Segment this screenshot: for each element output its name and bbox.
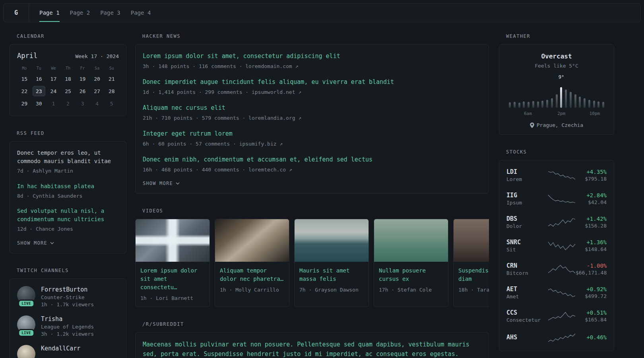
calendar-day: 23 bbox=[33, 86, 45, 96]
weather-bar bbox=[514, 102, 516, 108]
stocks-card: LDI Lorem +4.35% $795.18 IIG Ipsum bbox=[499, 160, 614, 351]
rss-item-title[interactable]: Donec tempor eros leo, ut commodo mauris… bbox=[17, 149, 119, 165]
video-title[interactable]: Lorem ipsum dolor sit amet consectetu… bbox=[140, 267, 205, 292]
weather-time-label: 10pm bbox=[590, 111, 600, 116]
calendar-day: 21 bbox=[105, 74, 118, 84]
stock-id: LDI Lorem bbox=[506, 168, 548, 182]
video-thumbnail[interactable] bbox=[215, 219, 289, 262]
nav-tab[interactable]: Page 1 bbox=[39, 4, 60, 22]
stock-row[interactable]: CCS Consectetur +0.51% $165.84 bbox=[506, 304, 607, 328]
stocks-section-title: STOCKS bbox=[506, 149, 614, 155]
channel-name[interactable]: KendallCarr bbox=[41, 345, 80, 352]
subreddit-post-title[interactable]: Maecenas mollis pulvinar erat non posuer… bbox=[143, 340, 481, 358]
hackernews-item-title[interactable]: Aliquam nec cursus elit bbox=[143, 103, 481, 113]
twitch-channel[interactable]: LIVE ForrestBurton Counter-Strike 1h · 1… bbox=[17, 286, 119, 307]
stock-row[interactable]: CRN Bitcorn -1.00% $66,171.48 bbox=[506, 257, 607, 281]
rss-item: In hac habitasse platea 8d · Cynthia Sau… bbox=[17, 182, 119, 200]
hackernews-item: Aliquam nec cursus elit 21h · 710 points… bbox=[143, 103, 481, 122]
video-thumbnail[interactable] bbox=[136, 219, 209, 262]
stock-price: $165.84 bbox=[576, 317, 607, 323]
weather-bar bbox=[560, 87, 562, 108]
calendar-day: 29 bbox=[18, 98, 31, 109]
calendar-weekday-row: MoTuWeThFrSaSu bbox=[17, 66, 119, 70]
nav-tab[interactable]: Page 4 bbox=[131, 4, 151, 22]
video-thumbnail[interactable] bbox=[454, 219, 489, 262]
stock-row[interactable]: DBS Dolor +1.42% $156.28 bbox=[506, 210, 607, 234]
hackernews-item-title[interactable]: Donec imperdiet augue tincidunt felis al… bbox=[143, 78, 481, 87]
rss-item-title[interactable]: Sed volutpat nulla nisl, a condimentum n… bbox=[17, 207, 119, 224]
video-title[interactable]: Nullam posuere cursus ex bbox=[379, 267, 443, 283]
calendar-day: 19 bbox=[76, 74, 89, 84]
video-card[interactable]: Lorem ipsum dolor sit amet consectetu… 1… bbox=[135, 219, 210, 307]
video-card[interactable]: Suspendisse diam 18h · Tara bbox=[453, 219, 489, 307]
rss-item-meta: 12d · Chance Jones bbox=[17, 225, 119, 233]
video-title[interactable]: Mauris sit amet massa felis bbox=[299, 267, 364, 283]
hackernews-item-title[interactable]: Donec enim nibh, condimentum et accumsan… bbox=[143, 155, 481, 164]
video-thumbnail[interactable] bbox=[374, 219, 448, 262]
show-more-label: SHOW MORE bbox=[17, 240, 47, 246]
stock-sparkline bbox=[548, 170, 576, 181]
stock-row[interactable]: LDI Lorem +4.35% $795.18 bbox=[506, 163, 607, 187]
stock-id: IIG Ipsum bbox=[506, 192, 548, 206]
video-title[interactable]: Suspendisse diam bbox=[458, 267, 489, 283]
video-card[interactable]: Nullam posuere cursus ex 17h · Stefan Co… bbox=[374, 219, 448, 307]
rss-card: Donec tempor eros leo, ut commodo mauris… bbox=[10, 141, 126, 253]
hackernews-item-meta: 16h · 468 points · 440 comments · loremt… bbox=[143, 166, 481, 174]
weather-card: Overcast Feels like 5°C 9° 6am2pm10pm Pr… bbox=[499, 44, 614, 135]
subreddit-post: Maecenas mollis pulvinar erat non posuer… bbox=[143, 340, 481, 358]
nav-tab[interactable]: Page 2 bbox=[70, 4, 90, 22]
hackernews-item-title[interactable]: Integer eget rutrum lorem bbox=[143, 129, 481, 138]
rss-item-meta: 8d · Cynthia Saunders bbox=[17, 192, 119, 200]
weather-time-labels: 6am2pm10pm bbox=[506, 111, 607, 117]
stock-row[interactable]: IIG Ipsum +2.84% $42.04 bbox=[506, 187, 607, 210]
calendar-day: 17 bbox=[47, 74, 60, 84]
twitch-channel[interactable]: LIVE Trisha League of Legends 3h · 1.2k … bbox=[17, 315, 119, 337]
glance-dashboard: { "theme": { "bg": "#14181c", "card_bg":… bbox=[0, 0, 644, 358]
stock-change: -1.00% bbox=[576, 263, 607, 269]
stock-id: AHS bbox=[506, 334, 548, 342]
weather-bar bbox=[528, 102, 530, 108]
channel-name[interactable]: ForrestBurton bbox=[41, 286, 94, 293]
calendar-weekday: Th bbox=[66, 66, 70, 70]
weather-bar bbox=[579, 97, 581, 108]
weather-bar bbox=[597, 101, 599, 108]
stock-symbol: AHS bbox=[506, 334, 548, 341]
stock-values: +2.84% $42.04 bbox=[576, 192, 607, 205]
stocks-widget: STOCKS LDI Lorem +4.35% $795.18 bbox=[499, 149, 614, 351]
twitch-channel[interactable]: LIVE KendallCarr bbox=[17, 345, 119, 358]
stock-price: $156.28 bbox=[576, 223, 607, 229]
nav-tab[interactable]: Page 3 bbox=[100, 4, 120, 22]
weather-bar bbox=[541, 101, 543, 108]
stock-sparkline bbox=[548, 333, 576, 343]
calendar-weekday: Fr bbox=[80, 66, 85, 70]
video-card[interactable]: Aliquam tempor dolor nec pharetra… 1h · … bbox=[215, 219, 289, 307]
stock-row[interactable]: AET Amet +0.92% $499.72 bbox=[506, 281, 607, 304]
weather-bar bbox=[588, 100, 590, 108]
calendar-day: 28 bbox=[105, 86, 118, 96]
hackernews-show-more-button[interactable]: SHOW MORE bbox=[143, 181, 180, 186]
weather-highlight-label: 9° bbox=[559, 74, 564, 80]
calendar-day-grid: 1516171819202122232425262728293012345 bbox=[17, 74, 119, 109]
stock-change: +1.42% bbox=[576, 216, 607, 222]
rss-show-more-button[interactable]: SHOW MORE bbox=[17, 240, 54, 246]
hackernews-item-meta: 1d · 1,414 points · 299 comments · ipsum… bbox=[143, 88, 481, 96]
video-title[interactable]: Aliquam tempor dolor nec pharetra… bbox=[220, 267, 284, 283]
calendar-day: 25 bbox=[62, 86, 74, 96]
hackernews-item-title[interactable]: Lorem ipsum dolor sit amet, consectetur … bbox=[143, 52, 481, 61]
hackernews-list: Lorem ipsum dolor sit amet, consectetur … bbox=[143, 52, 481, 173]
channel-game: League of Legends bbox=[41, 324, 94, 330]
video-thumbnail[interactable] bbox=[295, 219, 369, 262]
logo[interactable]: G bbox=[4, 4, 29, 22]
stock-row[interactable]: AHS +0.46% bbox=[506, 328, 607, 348]
weather-bar bbox=[537, 101, 539, 108]
video-card[interactable]: Mauris sit amet massa felis 7h · Grayson… bbox=[294, 219, 369, 307]
stock-price: $66,171.48 bbox=[576, 270, 607, 276]
calendar-weekday: Mo bbox=[22, 66, 27, 70]
channel-name[interactable]: Trisha bbox=[41, 315, 94, 323]
weather-bar bbox=[574, 94, 576, 108]
stock-row[interactable]: SNRC Sit +1.36% $148.64 bbox=[506, 234, 607, 257]
rss-item-title[interactable]: In hac habitasse platea bbox=[17, 182, 119, 191]
stock-name: Ipsum bbox=[506, 200, 548, 206]
weather-widget: WEATHER Overcast Feels like 5°C 9° 6am2p… bbox=[499, 33, 614, 135]
hackernews-item-meta: 3h · 148 points · 116 comments · loremdo… bbox=[143, 62, 481, 70]
